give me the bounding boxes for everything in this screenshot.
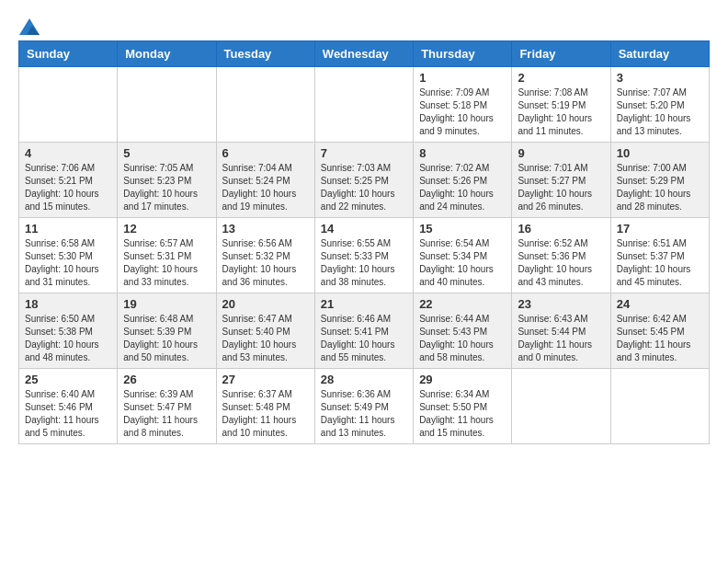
day-info: Sunrise: 7:04 AM Sunset: 5:24 PM Dayligh… xyxy=(222,162,309,213)
logo xyxy=(18,18,40,31)
day-number: 29 xyxy=(419,373,506,386)
day-number: 26 xyxy=(123,373,210,386)
day-info: Sunrise: 6:36 AM Sunset: 5:49 PM Dayligh… xyxy=(321,388,407,440)
day-number: 20 xyxy=(222,297,309,311)
day-info: Sunrise: 7:00 AM Sunset: 5:29 PM Dayligh… xyxy=(617,162,703,213)
calendar-cell: 22Sunrise: 6:44 AM Sunset: 5:43 PM Dayli… xyxy=(414,293,512,369)
calendar-cell: 27Sunrise: 6:37 AM Sunset: 5:48 PM Dayli… xyxy=(216,369,314,444)
day-number: 11 xyxy=(25,222,111,236)
calendar-cell: 7Sunrise: 7:03 AM Sunset: 5:25 PM Daylig… xyxy=(314,143,413,218)
day-header-monday: Monday xyxy=(118,41,216,67)
calendar-week-row: 1Sunrise: 7:09 AM Sunset: 5:18 PM Daylig… xyxy=(19,67,710,143)
calendar-cell: 10Sunrise: 7:00 AM Sunset: 5:29 PM Dayli… xyxy=(610,143,709,218)
day-number: 17 xyxy=(617,222,703,236)
calendar-cell: 24Sunrise: 6:42 AM Sunset: 5:45 PM Dayli… xyxy=(610,293,709,369)
day-number: 15 xyxy=(419,222,506,236)
day-number: 21 xyxy=(321,297,407,311)
day-header-wednesday: Wednesday xyxy=(314,41,413,67)
day-info: Sunrise: 6:58 AM Sunset: 5:30 PM Dayligh… xyxy=(25,237,111,289)
calendar-cell: 6Sunrise: 7:04 AM Sunset: 5:24 PM Daylig… xyxy=(216,143,314,218)
day-number: 18 xyxy=(25,297,111,311)
header xyxy=(18,18,710,31)
day-number: 25 xyxy=(25,373,111,386)
day-info: Sunrise: 6:48 AM Sunset: 5:39 PM Dayligh… xyxy=(123,313,210,364)
day-number: 24 xyxy=(617,297,703,311)
calendar-cell xyxy=(216,67,314,143)
calendar-cell: 9Sunrise: 7:01 AM Sunset: 5:27 PM Daylig… xyxy=(512,143,610,218)
day-number: 8 xyxy=(419,146,506,160)
calendar-cell: 14Sunrise: 6:55 AM Sunset: 5:33 PM Dayli… xyxy=(314,218,413,293)
day-number: 16 xyxy=(518,222,604,236)
day-info: Sunrise: 7:05 AM Sunset: 5:23 PM Dayligh… xyxy=(123,162,210,213)
day-info: Sunrise: 6:34 AM Sunset: 5:50 PM Dayligh… xyxy=(419,388,506,440)
day-info: Sunrise: 6:39 AM Sunset: 5:47 PM Dayligh… xyxy=(123,388,210,440)
day-header-tuesday: Tuesday xyxy=(216,41,314,67)
day-info: Sunrise: 6:40 AM Sunset: 5:46 PM Dayligh… xyxy=(25,388,111,440)
calendar-cell: 23Sunrise: 6:43 AM Sunset: 5:44 PM Dayli… xyxy=(512,293,610,369)
day-number: 14 xyxy=(321,222,407,236)
day-info: Sunrise: 6:56 AM Sunset: 5:32 PM Dayligh… xyxy=(222,237,309,289)
day-header-sunday: Sunday xyxy=(19,41,118,67)
calendar-cell: 1Sunrise: 7:09 AM Sunset: 5:18 PM Daylig… xyxy=(414,67,512,143)
day-number: 3 xyxy=(617,71,703,85)
day-info: Sunrise: 6:54 AM Sunset: 5:34 PM Dayligh… xyxy=(419,237,506,289)
calendar-cell: 11Sunrise: 6:58 AM Sunset: 5:30 PM Dayli… xyxy=(19,218,118,293)
calendar-week-row: 11Sunrise: 6:58 AM Sunset: 5:30 PM Dayli… xyxy=(19,218,710,293)
calendar-cell: 8Sunrise: 7:02 AM Sunset: 5:26 PM Daylig… xyxy=(414,143,512,218)
day-number: 12 xyxy=(123,222,210,236)
calendar: SundayMondayTuesdayWednesdayThursdayFrid… xyxy=(18,40,710,444)
day-info: Sunrise: 6:46 AM Sunset: 5:41 PM Dayligh… xyxy=(321,313,407,364)
calendar-cell xyxy=(118,67,216,143)
day-info: Sunrise: 7:01 AM Sunset: 5:27 PM Dayligh… xyxy=(518,162,604,213)
calendar-cell: 4Sunrise: 7:06 AM Sunset: 5:21 PM Daylig… xyxy=(19,143,118,218)
calendar-week-row: 25Sunrise: 6:40 AM Sunset: 5:46 PM Dayli… xyxy=(19,369,710,444)
day-info: Sunrise: 6:55 AM Sunset: 5:33 PM Dayligh… xyxy=(321,237,407,289)
calendar-cell: 21Sunrise: 6:46 AM Sunset: 5:41 PM Dayli… xyxy=(314,293,413,369)
day-info: Sunrise: 6:42 AM Sunset: 5:45 PM Dayligh… xyxy=(617,313,703,364)
calendar-cell: 28Sunrise: 6:36 AM Sunset: 5:49 PM Dayli… xyxy=(314,369,413,444)
calendar-cell: 13Sunrise: 6:56 AM Sunset: 5:32 PM Dayli… xyxy=(216,218,314,293)
day-number: 10 xyxy=(617,146,703,160)
day-info: Sunrise: 6:44 AM Sunset: 5:43 PM Dayligh… xyxy=(419,313,506,364)
day-info: Sunrise: 6:47 AM Sunset: 5:40 PM Dayligh… xyxy=(222,313,309,364)
day-info: Sunrise: 7:03 AM Sunset: 5:25 PM Dayligh… xyxy=(321,162,407,213)
calendar-cell: 16Sunrise: 6:52 AM Sunset: 5:36 PM Dayli… xyxy=(512,218,610,293)
calendar-week-row: 18Sunrise: 6:50 AM Sunset: 5:38 PM Dayli… xyxy=(19,293,710,369)
calendar-cell: 19Sunrise: 6:48 AM Sunset: 5:39 PM Dayli… xyxy=(118,293,216,369)
day-header-thursday: Thursday xyxy=(414,41,512,67)
calendar-header-row: SundayMondayTuesdayWednesdayThursdayFrid… xyxy=(19,41,710,67)
day-info: Sunrise: 7:07 AM Sunset: 5:20 PM Dayligh… xyxy=(617,86,703,138)
day-number: 13 xyxy=(222,222,309,236)
calendar-cell xyxy=(19,67,118,143)
day-number: 27 xyxy=(222,373,309,386)
calendar-cell: 17Sunrise: 6:51 AM Sunset: 5:37 PM Dayli… xyxy=(610,218,709,293)
calendar-cell xyxy=(314,67,413,143)
day-info: Sunrise: 7:09 AM Sunset: 5:18 PM Dayligh… xyxy=(419,86,506,138)
calendar-cell: 20Sunrise: 6:47 AM Sunset: 5:40 PM Dayli… xyxy=(216,293,314,369)
calendar-cell: 15Sunrise: 6:54 AM Sunset: 5:34 PM Dayli… xyxy=(414,218,512,293)
calendar-cell: 12Sunrise: 6:57 AM Sunset: 5:31 PM Dayli… xyxy=(118,218,216,293)
calendar-cell: 26Sunrise: 6:39 AM Sunset: 5:47 PM Dayli… xyxy=(118,369,216,444)
calendar-cell: 18Sunrise: 6:50 AM Sunset: 5:38 PM Dayli… xyxy=(19,293,118,369)
calendar-cell xyxy=(610,369,709,444)
day-info: Sunrise: 7:02 AM Sunset: 5:26 PM Dayligh… xyxy=(419,162,506,213)
day-header-friday: Friday xyxy=(512,41,610,67)
calendar-cell: 3Sunrise: 7:07 AM Sunset: 5:20 PM Daylig… xyxy=(610,67,709,143)
day-number: 23 xyxy=(518,297,604,311)
day-info: Sunrise: 6:43 AM Sunset: 5:44 PM Dayligh… xyxy=(518,313,604,364)
calendar-cell: 2Sunrise: 7:08 AM Sunset: 5:19 PM Daylig… xyxy=(512,67,610,143)
calendar-cell xyxy=(512,369,610,444)
day-info: Sunrise: 6:37 AM Sunset: 5:48 PM Dayligh… xyxy=(222,388,309,440)
calendar-cell: 29Sunrise: 6:34 AM Sunset: 5:50 PM Dayli… xyxy=(414,369,512,444)
day-number: 6 xyxy=(222,146,309,160)
day-number: 2 xyxy=(518,71,604,85)
day-info: Sunrise: 6:50 AM Sunset: 5:38 PM Dayligh… xyxy=(25,313,111,364)
day-info: Sunrise: 7:08 AM Sunset: 5:19 PM Dayligh… xyxy=(518,86,604,138)
day-info: Sunrise: 6:57 AM Sunset: 5:31 PM Dayligh… xyxy=(123,237,210,289)
day-number: 22 xyxy=(419,297,506,311)
calendar-week-row: 4Sunrise: 7:06 AM Sunset: 5:21 PM Daylig… xyxy=(19,143,710,218)
day-info: Sunrise: 6:52 AM Sunset: 5:36 PM Dayligh… xyxy=(518,237,604,289)
calendar-cell: 25Sunrise: 6:40 AM Sunset: 5:46 PM Dayli… xyxy=(19,369,118,444)
day-number: 19 xyxy=(123,297,210,311)
day-number: 5 xyxy=(123,146,210,160)
